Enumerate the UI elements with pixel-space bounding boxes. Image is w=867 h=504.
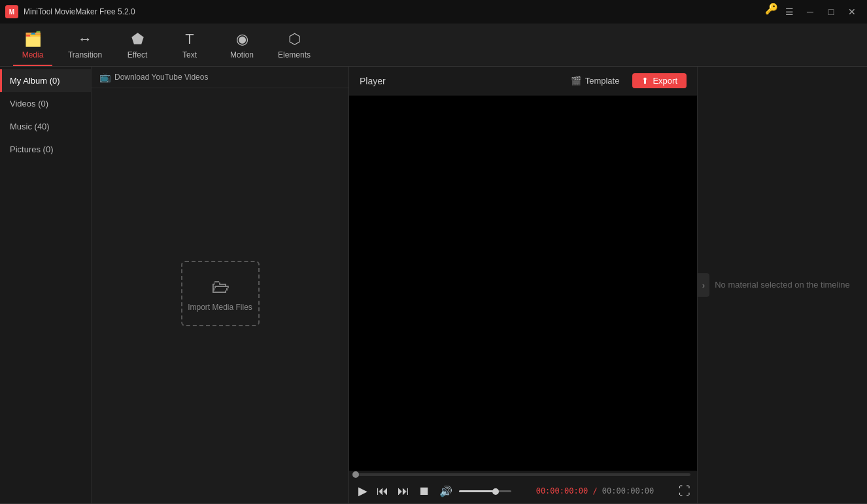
elements-icon: ⬡ [288, 31, 301, 48]
volume-thumb[interactable] [492, 488, 499, 495]
video-screen [349, 95, 697, 471]
download-youtube-bar[interactable]: 📺 Download YouTube Videos [92, 67, 348, 88]
template-button[interactable]: 🎬 Template [563, 73, 628, 88]
pin-icon: 🔑 [765, 3, 778, 21]
volume-fill [459, 490, 496, 492]
transition-icon: ↔ [78, 31, 92, 48]
import-box[interactable]: 🗁 Import Media Files [181, 261, 260, 326]
media-content: 📺 Download YouTube Videos 🗁 Import Media… [92, 67, 348, 503]
media-area: My Album (0) Videos (0) Music (40) Pictu… [0, 67, 348, 503]
player-topbar: Player 🎬 Template ⬆ Export [349, 67, 697, 95]
progress-bar-area[interactable] [349, 471, 697, 479]
main-area: My Album (0) Videos (0) Music (40) Pictu… [0, 67, 867, 503]
stop-button[interactable]: ⏹ [416, 482, 433, 501]
effect-icon: ⬟ [131, 31, 144, 48]
player-controls: ▶ ⏮ ⏭ ⏹ 🔊 00:00:00:00 / 00:00 [349, 479, 697, 503]
fullscreen-button[interactable]: ⛶ [679, 484, 690, 498]
media-icon: 🗂️ [24, 31, 42, 48]
toolbar-elements[interactable]: ⬡ Elements [268, 24, 320, 66]
import-label: Import Media Files [188, 303, 252, 312]
elements-label: Elements [278, 50, 311, 59]
app-title: MiniTool MovieMaker Free 5.2.0 [24, 7, 135, 16]
close-button[interactable]: ✕ [842, 3, 862, 21]
export-icon: ⬆ [641, 76, 649, 86]
sidebar: My Album (0) Videos (0) Music (40) Pictu… [0, 67, 92, 503]
toolbar-transition[interactable]: ↔ Transition [59, 24, 111, 66]
effect-label: Effect [128, 50, 147, 59]
right-section: Player 🎬 Template ⬆ Export [349, 67, 867, 503]
titlebar-left: M MiniTool MovieMaker Free 5.2.0 [5, 5, 135, 18]
sidebar-item-videos[interactable]: Videos (0) [0, 92, 91, 115]
time-display: 00:00:00:00 / 00:00:00:00 [536, 486, 654, 496]
sidebar-item-my-album[interactable]: My Album (0) [0, 69, 91, 92]
export-button[interactable]: ⬆ Export [632, 73, 687, 88]
mute-button[interactable]: 🔊 [437, 482, 455, 500]
motion-icon: ◉ [236, 31, 248, 48]
sidebar-item-pictures[interactable]: Pictures (0) [0, 138, 91, 161]
toolbar-text[interactable]: T Text [163, 24, 216, 66]
motion-label: Motion [230, 50, 254, 59]
next-frame-button[interactable]: ⏭ [395, 482, 412, 501]
download-label: Download YouTube Videos [114, 73, 208, 82]
import-area: 🗁 Import Media Files [92, 88, 348, 499]
menu-button[interactable]: ☰ [779, 3, 799, 21]
text-icon: T [185, 31, 194, 48]
collapse-panel-button[interactable]: › [698, 273, 709, 297]
controls-left: ▶ ⏮ ⏭ ⏹ 🔊 [356, 481, 511, 501]
volume-track[interactable] [459, 490, 511, 492]
folder-icon: 🗁 [211, 276, 230, 297]
toolbar-effect[interactable]: ⬟ Effect [111, 24, 163, 66]
time-separator: / [592, 486, 602, 496]
transition-label: Transition [68, 50, 102, 59]
properties-panel: › No material selected on the timeline [697, 67, 867, 503]
progress-track[interactable] [356, 473, 690, 476]
no-material-text: No material selected on the timeline [702, 265, 863, 305]
template-icon: 🎬 [571, 76, 581, 86]
text-label: Text [182, 50, 197, 59]
progress-thumb[interactable] [352, 471, 359, 478]
minimize-button[interactable]: ─ [800, 3, 820, 21]
media-label: Media [22, 50, 44, 59]
player-actions: 🎬 Template ⬆ Export [563, 73, 687, 88]
current-time: 00:00:00:00 [536, 486, 588, 496]
sidebar-item-music[interactable]: Music (40) [0, 115, 91, 138]
toolbar-motion[interactable]: ◉ Motion [216, 24, 268, 66]
left-panel: My Album (0) Videos (0) Music (40) Pictu… [0, 67, 349, 503]
maximize-button[interactable]: □ [821, 3, 841, 21]
youtube-icon: 📺 [99, 72, 110, 82]
total-time: 00:00:00:00 [602, 486, 654, 496]
toolbar: 🗂️ Media ↔ Transition ⬟ Effect T Text ◉ … [0, 24, 867, 67]
titlebar-controls: 🔑 ☰ ─ □ ✕ [765, 3, 862, 21]
play-button[interactable]: ▶ [356, 481, 370, 501]
player-container: Player 🎬 Template ⬆ Export [349, 67, 697, 503]
titlebar: M MiniTool MovieMaker Free 5.2.0 🔑 ☰ ─ □… [0, 0, 867, 24]
app-logo: M [5, 5, 18, 18]
volume-area: 🔊 [437, 482, 511, 500]
prev-frame-button[interactable]: ⏮ [374, 482, 391, 501]
toolbar-media[interactable]: 🗂️ Media [7, 24, 59, 66]
player-title: Player [360, 76, 386, 86]
